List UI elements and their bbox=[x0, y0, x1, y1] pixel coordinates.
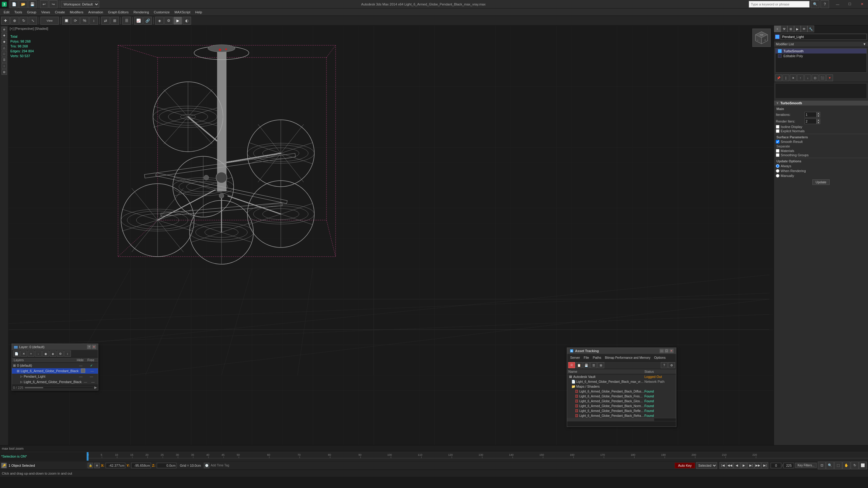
smoothing-groups-checkbox[interactable] bbox=[776, 153, 779, 157]
menu-edit[interactable]: Edit bbox=[1, 8, 12, 16]
z-input[interactable] bbox=[157, 463, 177, 468]
mod-move-up-btn[interactable]: ↑ bbox=[797, 74, 804, 81]
asset-menu-file[interactable]: File bbox=[582, 355, 591, 361]
pct-snap[interactable]: % bbox=[80, 17, 89, 25]
maximize-viewport-btn[interactable]: ⬜ bbox=[859, 461, 867, 469]
smooth-result-checkbox[interactable] bbox=[776, 140, 779, 143]
left-tool-4[interactable]: △ bbox=[2, 45, 7, 51]
left-tool-8[interactable]: ⊞ bbox=[2, 69, 7, 75]
new-btn[interactable]: 📄 bbox=[10, 0, 18, 8]
next-key-btn[interactable]: ▶▶ bbox=[754, 462, 761, 469]
list-item[interactable]: 🖼 Light_6_Armed_Globe_Pendant_Black_Diff… bbox=[567, 389, 676, 394]
cube-gizmo[interactable]: TOP L R bbox=[752, 29, 771, 47]
layer-select-btn[interactable]: ◉ bbox=[42, 351, 49, 357]
align-tool[interactable]: ⊞ bbox=[111, 17, 119, 25]
search-input[interactable] bbox=[749, 1, 810, 8]
rp-tab-display[interactable]: 👁 bbox=[801, 26, 807, 32]
menu-graph-editors[interactable]: Graph Editors bbox=[105, 8, 131, 16]
render-iters-input[interactable] bbox=[804, 119, 816, 124]
layer-new-btn[interactable]: 📄 bbox=[13, 351, 20, 357]
play-btn[interactable]: ▶ bbox=[741, 462, 747, 469]
update-button[interactable]: Update bbox=[812, 180, 830, 185]
mod-move-down-btn[interactable]: ↓ bbox=[804, 74, 811, 81]
render-iters-up[interactable]: ▲ bbox=[816, 119, 820, 121]
zoom-btn[interactable]: 🔍 bbox=[826, 461, 834, 469]
minimize-btn[interactable]: — bbox=[832, 0, 844, 8]
key-mode-dropdown[interactable]: Selected bbox=[696, 462, 717, 469]
update-manually-radio[interactable] bbox=[776, 174, 779, 177]
next-frame-btn[interactable]: ▶| bbox=[747, 462, 754, 469]
render-setup[interactable]: ⚙ bbox=[164, 17, 173, 25]
prev-key-btn[interactable]: ◀◀ bbox=[726, 462, 733, 469]
left-tool-7[interactable]: ↕ bbox=[2, 63, 7, 69]
modifier-checkbox[interactable] bbox=[778, 49, 782, 53]
open-btn[interactable]: 📂 bbox=[19, 0, 27, 8]
ref-coord[interactable]: View bbox=[40, 17, 59, 25]
object-name-input[interactable] bbox=[781, 34, 867, 40]
move-tool[interactable]: ⊕ bbox=[10, 17, 19, 25]
asset-menu-server[interactable]: Server bbox=[568, 355, 582, 361]
asset-tool-1[interactable]: R bbox=[568, 362, 575, 368]
zoom-extent-btn[interactable]: ⊡ bbox=[818, 461, 826, 469]
asset-panel-minimize[interactable]: — bbox=[660, 349, 664, 353]
prev-frame-btn[interactable]: ◀ bbox=[734, 462, 740, 469]
materials-checkbox[interactable] bbox=[776, 149, 779, 153]
viewport[interactable]: [+] [Perspective] [Shaded] Total Polys: … bbox=[8, 26, 774, 445]
iterations-up[interactable]: ▲ bbox=[816, 112, 820, 115]
list-item[interactable]: ▷ Pendant_Light — — bbox=[12, 374, 98, 379]
layer-settings-btn[interactable]: ⚙ bbox=[57, 351, 64, 357]
asset-menu-bitmap[interactable]: Bitmap Performance and Memory bbox=[603, 355, 652, 361]
left-tool-5[interactable]: □ bbox=[2, 51, 7, 57]
go-end-btn[interactable]: ▶| bbox=[762, 462, 768, 469]
list-item[interactable]: 🖼 Light_6_Armed_Globe_Pendant_Black_Fres… bbox=[567, 394, 676, 399]
iterations-input[interactable] bbox=[804, 112, 816, 117]
left-tool-6[interactable]: ☰ bbox=[2, 57, 7, 63]
current-frame-input[interactable] bbox=[771, 463, 781, 468]
mod-make-unique-btn[interactable]: ⬛ bbox=[819, 74, 826, 81]
asset-panel-maximize[interactable]: ☐ bbox=[664, 349, 669, 353]
layer-mgr[interactable]: ☰ bbox=[122, 17, 131, 25]
workspace-dropdown[interactable]: Workspace: DefaultWorkspace: Default bbox=[61, 1, 99, 8]
update-always-radio[interactable] bbox=[776, 164, 779, 168]
menu-views[interactable]: Views bbox=[39, 8, 52, 16]
material-editor[interactable]: ◈ bbox=[155, 17, 164, 25]
rp-tab-modify[interactable]: ⚒ bbox=[781, 26, 787, 32]
layer-scroll[interactable] bbox=[25, 387, 93, 389]
asset-tool-2[interactable]: 📋 bbox=[576, 362, 582, 368]
layer-sort-btn[interactable]: ↕ bbox=[64, 351, 71, 357]
menu-modifiers[interactable]: Modifiers bbox=[67, 8, 86, 16]
layer-panel-question[interactable]: ? bbox=[87, 345, 91, 349]
left-tool-2[interactable]: ✚ bbox=[2, 33, 7, 38]
transform-type-icon[interactable]: ⊕ bbox=[94, 463, 100, 468]
y-input[interactable] bbox=[131, 463, 151, 468]
help-btn[interactable]: ? bbox=[820, 0, 829, 8]
modifier-turbosmooth[interactable]: TurboSmooth bbox=[776, 48, 866, 54]
asset-tool-5[interactable]: ⊞ bbox=[597, 362, 604, 368]
list-item[interactable]: ⊞ 0 (default) — ✓ bbox=[12, 363, 98, 368]
left-tool-3[interactable]: ◉ bbox=[2, 39, 7, 44]
rotate-tool[interactable]: ↻ bbox=[20, 17, 28, 25]
turbosmooth-rollout[interactable]: ▼ TurboSmooth bbox=[774, 101, 868, 105]
mirror-tool[interactable]: ⇄ bbox=[101, 17, 110, 25]
isoline-checkbox[interactable] bbox=[776, 125, 779, 129]
list-item[interactable]: 🖼 Light_6_Armed_Globe_Pendant_Black_Refr… bbox=[567, 413, 676, 418]
iterations-down[interactable]: ▼ bbox=[816, 115, 820, 117]
x-input[interactable] bbox=[105, 463, 125, 468]
mod-funnel-btn[interactable]: | bbox=[782, 74, 789, 81]
asset-settings-btn[interactable]: ⚙ bbox=[668, 362, 675, 368]
list-item[interactable]: ⊞ Light_6_Armed_Globe_Pendant_Black — bbox=[12, 368, 98, 374]
list-item[interactable]: 🏛 Autodesk Vault Logged Out bbox=[567, 374, 676, 379]
modifier-editable-poly[interactable]: Editable Poly bbox=[776, 54, 866, 58]
menu-create[interactable]: Create bbox=[52, 8, 67, 16]
active-shade[interactable]: ◐ bbox=[183, 17, 191, 25]
scale-tool[interactable]: ⤡ bbox=[29, 17, 37, 25]
menu-tools[interactable]: Tools bbox=[12, 8, 25, 16]
asset-hscrollbar[interactable] bbox=[567, 418, 676, 421]
rp-tab-create[interactable]: + bbox=[774, 26, 781, 32]
timeline-ruler[interactable]: 0 5 10 15 20 25 30 35 40 45 50 60 70 bbox=[87, 452, 868, 461]
lock-icon[interactable]: 🔒 bbox=[88, 463, 93, 468]
layer-highlight-btn[interactable]: ◈ bbox=[50, 351, 56, 357]
close-btn[interactable]: ✕ bbox=[856, 0, 868, 8]
spinner-snap[interactable]: ↕ bbox=[89, 17, 98, 25]
search-btn[interactable]: 🔍 bbox=[811, 0, 819, 8]
